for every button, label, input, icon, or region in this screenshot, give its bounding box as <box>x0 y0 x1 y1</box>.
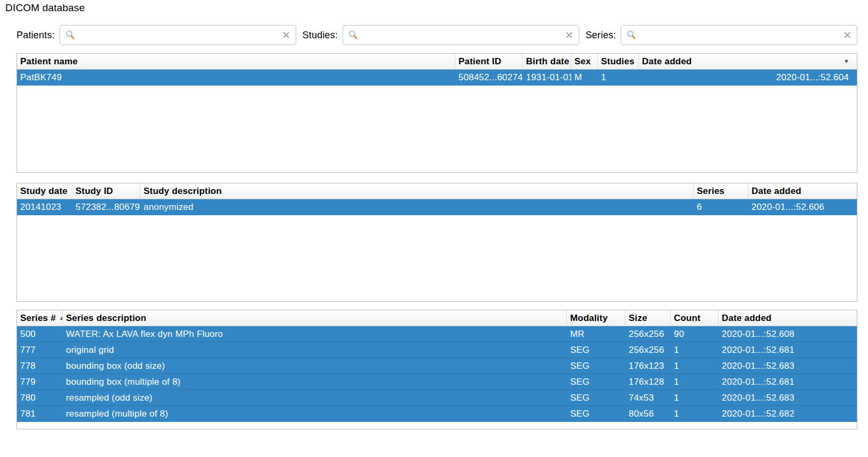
series-table: Series # ▲ Series description Modality S… <box>16 310 857 429</box>
series-row[interactable]: 778 bounding box (odd size) SEG 176x123 … <box>17 358 857 374</box>
cell-size: 176x128 <box>625 377 671 387</box>
cell-count: 1 <box>671 345 719 356</box>
studies-filter-label: Studies: <box>303 30 338 41</box>
studies-search-box <box>343 25 579 45</box>
column-header-study-date[interactable]: Study date ▲ <box>17 183 72 199</box>
cell-series-number: 780 <box>17 393 63 403</box>
cell-size: 176x123 <box>625 361 671 371</box>
cell-series-number: 778 <box>17 361 63 371</box>
cell-series-description: resampled (multiple of 8) <box>63 409 567 419</box>
cell-date-added: 2020-01...:52.683 <box>719 393 857 403</box>
clear-icon[interactable] <box>281 30 291 40</box>
series-row[interactable]: 500 WATER: Ax LAVA flex dyn MPh Fluoro M… <box>17 326 857 342</box>
series-table-header: Series # ▲ Series description Modality S… <box>17 310 857 326</box>
column-header-study-description[interactable]: Study description <box>140 183 694 199</box>
cell-modality: MR <box>567 329 625 340</box>
cell-size: 80x56 <box>625 409 671 419</box>
column-header-studies[interactable]: Studies <box>598 54 639 69</box>
cell-series-count: 6 <box>694 202 748 213</box>
cell-count: 1 <box>671 361 719 371</box>
cell-modality: SEG <box>567 393 625 403</box>
cell-modality: SEG <box>567 377 625 387</box>
patients-search-box <box>60 25 296 45</box>
study-row[interactable]: 20141023 572382...806795 anonymized 6 20… <box>17 199 857 215</box>
cell-series-number: 777 <box>17 345 63 356</box>
clear-icon[interactable] <box>842 30 852 40</box>
cell-study-description: anonymized <box>140 202 694 213</box>
cell-birth-date: 1931-01-01 <box>523 72 571 83</box>
cell-series-number: 779 <box>17 377 63 387</box>
cell-size: 256x256 <box>625 345 671 356</box>
cell-series-number: 781 <box>17 409 63 419</box>
cell-series-description: bounding box (odd size) <box>63 361 567 371</box>
column-header-date-added[interactable]: Date added <box>719 310 857 326</box>
page-title: DICOM database <box>5 2 85 14</box>
column-header-study-id[interactable]: Study ID <box>72 183 140 199</box>
cell-count: 1 <box>671 393 719 403</box>
cell-date-added: 2020-01...:52.683 <box>719 361 857 371</box>
series-row[interactable]: 779 bounding box (multiple of 8) SEG 176… <box>17 374 857 390</box>
column-header-date-added[interactable]: Date added ▼ <box>639 54 857 69</box>
search-icon <box>626 30 637 40</box>
patients-filter-label: Patients: <box>16 30 55 41</box>
cell-study-id: 572382...806795 <box>72 202 140 213</box>
column-header-patient-name[interactable]: Patient name <box>17 54 455 69</box>
cell-modality: SEG <box>567 345 625 356</box>
cell-sex: M <box>571 72 598 83</box>
sort-descending-icon: ▼ <box>844 58 849 64</box>
column-header-modality[interactable]: Modality <box>567 310 625 326</box>
column-header-patient-id[interactable]: Patient ID <box>455 54 523 69</box>
cell-series-number: 500 <box>17 329 63 340</box>
column-header-series-count[interactable]: Series <box>694 183 748 199</box>
cell-date-added: 2020-01...:52.606 <box>748 202 857 213</box>
column-header-series-description[interactable]: Series description <box>63 310 567 326</box>
cell-size: 74x53 <box>625 393 671 403</box>
studies-search-input[interactable] <box>362 30 561 40</box>
cell-series-description: bounding box (multiple of 8) <box>63 377 567 387</box>
series-search-box <box>621 25 857 45</box>
search-icon <box>65 30 76 40</box>
search-icon <box>348 30 358 40</box>
cell-series-description: resampled (odd size) <box>63 393 567 403</box>
column-header-size[interactable]: Size <box>625 310 671 326</box>
series-filter-label: Series: <box>586 30 616 41</box>
column-header-birth-date[interactable]: Birth date <box>523 54 571 69</box>
cell-patient-id: 508452...602749 <box>455 72 523 83</box>
series-row[interactable]: 780 resampled (odd size) SEG 74x53 1 202… <box>17 390 857 406</box>
sort-ascending-icon: ▲ <box>59 315 63 321</box>
cell-series-description: original grid <box>63 345 567 356</box>
cell-count: 1 <box>671 377 719 387</box>
series-row[interactable]: 777 original grid SEG 256x256 1 2020-01.… <box>17 342 857 358</box>
patients-search-input[interactable] <box>79 30 278 40</box>
cell-date-added: 2020-01...:52.681 <box>719 377 857 387</box>
cell-size: 256x256 <box>625 329 671 340</box>
patients-table: Patient name Patient ID Birth date Sex S… <box>16 53 857 173</box>
clear-icon[interactable] <box>564 30 574 40</box>
studies-table-header: Study date ▲ Study ID Study description … <box>17 183 857 199</box>
cell-date-added: 2020-01...:52.604 <box>639 72 857 83</box>
cell-date-added: 2020-01...:52.682 <box>719 409 857 419</box>
cell-modality: SEG <box>567 361 625 371</box>
cell-date-added: 2020-01...:52.681 <box>719 345 857 356</box>
patient-row[interactable]: PatBK749 508452...602749 1931-01-01 M 1 … <box>17 70 857 86</box>
column-header-count[interactable]: Count <box>671 310 719 326</box>
cell-studies-count: 1 <box>598 72 639 83</box>
column-header-series-number[interactable]: Series # ▲ <box>17 310 63 326</box>
cell-date-added: 2020-01...:52.608 <box>719 329 857 340</box>
cell-patient-name: PatBK749 <box>17 72 455 83</box>
column-header-sex[interactable]: Sex <box>571 54 598 69</box>
cell-study-date: 20141023 <box>17 202 72 213</box>
cell-modality: SEG <box>567 409 625 419</box>
cell-count: 90 <box>671 329 719 340</box>
patients-table-header: Patient name Patient ID Birth date Sex S… <box>17 54 857 70</box>
series-search-input[interactable] <box>640 30 839 40</box>
cell-series-description: WATER: Ax LAVA flex dyn MPh Fluoro <box>63 329 567 340</box>
series-row[interactable]: 781 resampled (multiple of 8) SEG 80x56 … <box>17 406 857 422</box>
cell-count: 1 <box>671 409 719 419</box>
column-header-date-added[interactable]: Date added <box>748 183 857 199</box>
studies-table: Study date ▲ Study ID Study description … <box>16 183 857 302</box>
filter-row: Patients: Studies: <box>16 24 857 46</box>
